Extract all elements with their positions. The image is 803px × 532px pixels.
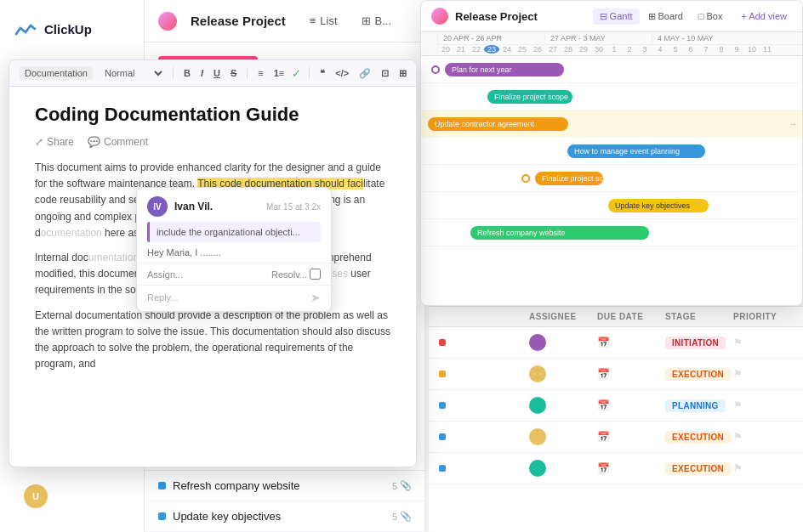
tab-list[interactable]: ≡ List [299,10,348,31]
gantt-tabs: ⊟ Gantt ⊞ Board □ Box [593,8,730,25]
gantt-bar-event[interactable]: How to manage event planning [567,144,705,158]
gantt-row-4: How to manage event planning [421,138,802,165]
table-cell-stage-0: INITIATION [665,337,733,349]
table-header-due-date: DUE DATE [597,312,665,321]
table-row-1[interactable]: 📅 EXECUTION ⚑ [429,359,803,390]
align-left-button[interactable]: ⊴ [414,66,417,81]
table-cell-priority-1: ⚑ [733,368,793,380]
table-row-0[interactable]: 📅 INITIATION ⚑ [429,327,803,359]
checklist-button[interactable]: ✓ [292,67,301,80]
sidebar-bottom: U [0,478,144,515]
gantt-row-2: Finalize project scope [421,83,802,110]
table-cell-assignee-4 [529,460,597,477]
blockquote-button[interactable]: ❝ [317,66,327,81]
table-cell-assignee-3 [529,428,597,445]
flag-icon-0: ⚑ [733,337,743,348]
gantt-add-view-button[interactable]: + Add view [736,8,792,24]
task-dot-red [439,339,446,346]
gantt-body: Plan for next year Finalize project scop… [421,56,802,303]
gantt-board-icon: ⊞ [648,11,656,22]
gantt-tab-board-label: Board [658,11,683,21]
task-list-item-1[interactable]: Update key objectives 5 📎 [145,501,425,532]
tab-board[interactable]: ⊞ B... [351,10,402,31]
ordered-list-button[interactable]: 1≡ [271,66,288,80]
gantt-date-row: 20 APR - 26 APR 27 APR - 3 MAY 4 MAY - 1… [421,32,802,56]
unordered-list-button[interactable]: ≡ [255,66,265,80]
comment-footer: Assign... Resolv... [137,263,331,285]
gantt-tab-board[interactable]: ⊞ Board [641,8,690,25]
flag-icon-4: ⚑ [733,462,743,474]
task-dot-1 [158,512,166,520]
gantt-bar-plan[interactable]: Plan for next year [445,63,564,76]
strikethrough-button[interactable]: S [228,66,239,80]
share-icon: ⤢ [35,136,43,148]
comment-assign-label[interactable]: Assign... [147,269,265,280]
table-cell-priority-4: ⚑ [733,462,793,474]
task-name-row-0 [439,339,529,346]
task-list-item-0[interactable]: Refresh company website 5 📎 [145,471,425,501]
comment-action[interactable]: 💬 Comment [88,136,148,148]
comment-reply-input[interactable]: Reply... [147,292,305,303]
task-dot-blue-4 [439,465,446,472]
code-button[interactable]: </> [333,66,351,80]
table-cell-priority-2: ⚑ [733,399,793,411]
board-icon: ⊞ [362,14,371,27]
italic-button[interactable]: I [198,66,206,80]
table-cell-assignee-2 [529,397,597,414]
gantt-row-5: Finalize project scope [421,165,802,192]
resolve-checkbox[interactable] [310,269,321,280]
comment-resolve-button[interactable]: Resolv... [271,269,321,280]
gantt-bar-contractor[interactable]: Update contractor agreement [428,117,568,131]
gantt-bar-finalize2[interactable]: Finalize project scope [535,172,603,185]
image-button[interactable]: ⊡ [379,66,391,81]
share-action[interactable]: ⤢ Share [35,136,74,148]
table-cell-due-0: 📅 [597,337,665,348]
gantt-bar-refresh[interactable]: Refresh company website [470,226,649,240]
calendar-icon-4: 📅 [597,462,610,474]
date-range-1: 20 APR - 26 APR [438,32,545,44]
avatar-3 [529,428,546,445]
bold-button[interactable]: B [181,66,193,80]
gantt-tab-gantt[interactable]: ⊟ Gantt [593,8,640,25]
gantt-bar-objectives[interactable]: Update key objectives [608,199,709,212]
calendar-icon-0: 📅 [597,337,610,348]
comment-popup: IV Ivan Vil. Mar 15 at 3:2x include the … [136,187,332,312]
comment-timestamp: Mar 15 at 3:2x [266,202,321,212]
table-cell-stage-3: EXECUTION [665,431,733,444]
comment-user-avatar: IV [147,196,168,217]
comment-send-button[interactable]: ➤ [310,291,321,304]
calendar-icon-1: 📅 [597,368,610,380]
table-row-4[interactable]: 📅 EXECUTION ⚑ [429,453,803,484]
doc-type-badge: Documentation [20,66,93,80]
task-name-row-1 [439,371,529,377]
task-meta-0: 5 📎 [392,480,412,491]
header-tabs: ≡ List ⊞ B... [299,10,402,31]
avatar-1 [529,365,546,382]
gantt-bar-finalize[interactable]: Finalize project scope [487,90,572,104]
doc-format-select[interactable]: Normal Heading 1 Heading 2 [98,65,165,81]
table-button[interactable]: ⊞ [396,66,409,81]
link-button[interactable]: 🔗 [356,66,373,81]
gantt-tab-box[interactable]: □ Box [692,8,730,25]
task-dot-blue-2 [439,402,446,409]
gantt-icon: ⊟ [600,11,607,22]
table-cell-due-2: 📅 [597,399,665,411]
comment-icon: 💬 [88,136,100,148]
project-icon [158,12,177,31]
comment-reply-area[interactable]: Reply... ➤ [137,285,331,311]
doc-paragraph-3: External documentation should provide a … [35,308,390,373]
doc-toolbar: Documentation Normal Heading 1 Heading 2… [9,60,416,87]
table-cell-priority-0: ⚑ [733,337,793,348]
gantt-tab-box-label: Box [707,11,723,21]
underline-button[interactable]: U [211,66,223,80]
project-name: Release Project [191,14,286,28]
gantt-row-1: Plan for next year [421,56,802,83]
table-row-2[interactable]: 📅 PLANNING ⚑ [429,390,803,422]
table-cell-priority-3: ⚑ [733,431,793,443]
sidebar-item-avatar[interactable]: U [10,478,134,515]
gantt-circle-5 [521,174,530,183]
comment-message: Hey Maria, I ........ [137,247,331,263]
user-avatar: U [24,484,48,508]
task-dot-0 [158,482,166,490]
table-row-3[interactable]: 📅 EXECUTION ⚑ [429,422,803,453]
